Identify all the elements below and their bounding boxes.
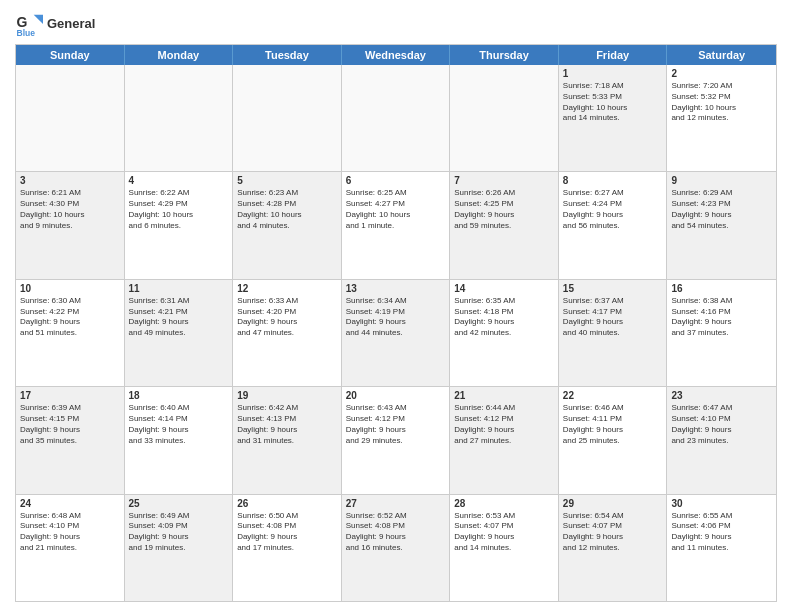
logo: G Blue General [15, 10, 95, 38]
calendar-week-4: 17Sunrise: 6:39 AM Sunset: 4:15 PM Dayli… [16, 387, 776, 494]
calendar-cell-2: 2Sunrise: 7:20 AM Sunset: 5:32 PM Daylig… [667, 65, 776, 171]
calendar-cell-15: 15Sunrise: 6:37 AM Sunset: 4:17 PM Dayli… [559, 280, 668, 386]
day-info: Sunrise: 6:37 AM Sunset: 4:17 PM Dayligh… [563, 296, 663, 339]
calendar-cell-empty-0 [16, 65, 125, 171]
calendar-header-friday: Friday [559, 45, 668, 65]
calendar-cell-12: 12Sunrise: 6:33 AM Sunset: 4:20 PM Dayli… [233, 280, 342, 386]
day-number: 13 [346, 283, 446, 294]
day-number: 15 [563, 283, 663, 294]
calendar-cell-28: 28Sunrise: 6:53 AM Sunset: 4:07 PM Dayli… [450, 495, 559, 601]
calendar-cell-empty-3 [342, 65, 451, 171]
day-number: 25 [129, 498, 229, 509]
day-info: Sunrise: 6:27 AM Sunset: 4:24 PM Dayligh… [563, 188, 663, 231]
day-number: 7 [454, 175, 554, 186]
calendar-cell-30: 30Sunrise: 6:55 AM Sunset: 4:06 PM Dayli… [667, 495, 776, 601]
calendar-cell-14: 14Sunrise: 6:35 AM Sunset: 4:18 PM Dayli… [450, 280, 559, 386]
calendar-cell-25: 25Sunrise: 6:49 AM Sunset: 4:09 PM Dayli… [125, 495, 234, 601]
day-info: Sunrise: 6:53 AM Sunset: 4:07 PM Dayligh… [454, 511, 554, 554]
day-number: 26 [237, 498, 337, 509]
day-number: 29 [563, 498, 663, 509]
calendar-cell-16: 16Sunrise: 6:38 AM Sunset: 4:16 PM Dayli… [667, 280, 776, 386]
calendar: SundayMondayTuesdayWednesdayThursdayFrid… [15, 44, 777, 602]
calendar-cell-6: 6Sunrise: 6:25 AM Sunset: 4:27 PM Daylig… [342, 172, 451, 278]
calendar-cell-7: 7Sunrise: 6:26 AM Sunset: 4:25 PM Daylig… [450, 172, 559, 278]
day-info: Sunrise: 7:20 AM Sunset: 5:32 PM Dayligh… [671, 81, 772, 124]
calendar-cell-18: 18Sunrise: 6:40 AM Sunset: 4:14 PM Dayli… [125, 387, 234, 493]
calendar-cell-23: 23Sunrise: 6:47 AM Sunset: 4:10 PM Dayli… [667, 387, 776, 493]
day-number: 16 [671, 283, 772, 294]
header: G Blue General [15, 10, 777, 38]
calendar-cell-19: 19Sunrise: 6:42 AM Sunset: 4:13 PM Dayli… [233, 387, 342, 493]
svg-text:Blue: Blue [17, 28, 36, 38]
day-info: Sunrise: 6:47 AM Sunset: 4:10 PM Dayligh… [671, 403, 772, 446]
day-number: 24 [20, 498, 120, 509]
calendar-header-saturday: Saturday [667, 45, 776, 65]
calendar-cell-17: 17Sunrise: 6:39 AM Sunset: 4:15 PM Dayli… [16, 387, 125, 493]
day-info: Sunrise: 6:26 AM Sunset: 4:25 PM Dayligh… [454, 188, 554, 231]
day-info: Sunrise: 6:23 AM Sunset: 4:28 PM Dayligh… [237, 188, 337, 231]
day-info: Sunrise: 6:25 AM Sunset: 4:27 PM Dayligh… [346, 188, 446, 231]
day-info: Sunrise: 6:49 AM Sunset: 4:09 PM Dayligh… [129, 511, 229, 554]
day-number: 1 [563, 68, 663, 79]
calendar-week-1: 1Sunrise: 7:18 AM Sunset: 5:33 PM Daylig… [16, 65, 776, 172]
day-info: Sunrise: 6:43 AM Sunset: 4:12 PM Dayligh… [346, 403, 446, 446]
calendar-cell-29: 29Sunrise: 6:54 AM Sunset: 4:07 PM Dayli… [559, 495, 668, 601]
day-info: Sunrise: 6:55 AM Sunset: 4:06 PM Dayligh… [671, 511, 772, 554]
day-info: Sunrise: 6:39 AM Sunset: 4:15 PM Dayligh… [20, 403, 120, 446]
day-number: 5 [237, 175, 337, 186]
calendar-cell-11: 11Sunrise: 6:31 AM Sunset: 4:21 PM Dayli… [125, 280, 234, 386]
day-number: 17 [20, 390, 120, 401]
day-info: Sunrise: 6:42 AM Sunset: 4:13 PM Dayligh… [237, 403, 337, 446]
day-number: 23 [671, 390, 772, 401]
day-info: Sunrise: 6:33 AM Sunset: 4:20 PM Dayligh… [237, 296, 337, 339]
day-info: Sunrise: 6:31 AM Sunset: 4:21 PM Dayligh… [129, 296, 229, 339]
calendar-cell-13: 13Sunrise: 6:34 AM Sunset: 4:19 PM Dayli… [342, 280, 451, 386]
calendar-header-monday: Monday [125, 45, 234, 65]
day-number: 8 [563, 175, 663, 186]
day-number: 12 [237, 283, 337, 294]
calendar-cell-9: 9Sunrise: 6:29 AM Sunset: 4:23 PM Daylig… [667, 172, 776, 278]
day-number: 9 [671, 175, 772, 186]
calendar-header-tuesday: Tuesday [233, 45, 342, 65]
day-info: Sunrise: 6:35 AM Sunset: 4:18 PM Dayligh… [454, 296, 554, 339]
calendar-header-row: SundayMondayTuesdayWednesdayThursdayFrid… [16, 45, 776, 65]
day-number: 28 [454, 498, 554, 509]
calendar-cell-1: 1Sunrise: 7:18 AM Sunset: 5:33 PM Daylig… [559, 65, 668, 171]
calendar-cell-22: 22Sunrise: 6:46 AM Sunset: 4:11 PM Dayli… [559, 387, 668, 493]
day-info: Sunrise: 6:21 AM Sunset: 4:30 PM Dayligh… [20, 188, 120, 231]
day-number: 21 [454, 390, 554, 401]
calendar-cell-empty-1 [125, 65, 234, 171]
calendar-header-thursday: Thursday [450, 45, 559, 65]
day-number: 14 [454, 283, 554, 294]
day-info: Sunrise: 6:29 AM Sunset: 4:23 PM Dayligh… [671, 188, 772, 231]
day-info: Sunrise: 6:46 AM Sunset: 4:11 PM Dayligh… [563, 403, 663, 446]
day-number: 30 [671, 498, 772, 509]
page: G Blue General SundayMondayTuesdayWednes… [0, 0, 792, 612]
calendar-cell-5: 5Sunrise: 6:23 AM Sunset: 4:28 PM Daylig… [233, 172, 342, 278]
day-info: Sunrise: 6:48 AM Sunset: 4:10 PM Dayligh… [20, 511, 120, 554]
calendar-week-5: 24Sunrise: 6:48 AM Sunset: 4:10 PM Dayli… [16, 495, 776, 601]
day-number: 18 [129, 390, 229, 401]
calendar-header-sunday: Sunday [16, 45, 125, 65]
day-info: Sunrise: 6:54 AM Sunset: 4:07 PM Dayligh… [563, 511, 663, 554]
calendar-cell-empty-2 [233, 65, 342, 171]
day-number: 2 [671, 68, 772, 79]
day-number: 27 [346, 498, 446, 509]
calendar-week-3: 10Sunrise: 6:30 AM Sunset: 4:22 PM Dayli… [16, 280, 776, 387]
day-info: Sunrise: 6:52 AM Sunset: 4:08 PM Dayligh… [346, 511, 446, 554]
calendar-cell-4: 4Sunrise: 6:22 AM Sunset: 4:29 PM Daylig… [125, 172, 234, 278]
day-info: Sunrise: 6:22 AM Sunset: 4:29 PM Dayligh… [129, 188, 229, 231]
logo-line1: General [47, 16, 95, 32]
calendar-week-2: 3Sunrise: 6:21 AM Sunset: 4:30 PM Daylig… [16, 172, 776, 279]
calendar-cell-3: 3Sunrise: 6:21 AM Sunset: 4:30 PM Daylig… [16, 172, 125, 278]
day-info: Sunrise: 6:50 AM Sunset: 4:08 PM Dayligh… [237, 511, 337, 554]
calendar-cell-26: 26Sunrise: 6:50 AM Sunset: 4:08 PM Dayli… [233, 495, 342, 601]
day-number: 19 [237, 390, 337, 401]
day-number: 4 [129, 175, 229, 186]
calendar-cell-20: 20Sunrise: 6:43 AM Sunset: 4:12 PM Dayli… [342, 387, 451, 493]
day-info: Sunrise: 6:38 AM Sunset: 4:16 PM Dayligh… [671, 296, 772, 339]
day-number: 20 [346, 390, 446, 401]
day-info: Sunrise: 6:30 AM Sunset: 4:22 PM Dayligh… [20, 296, 120, 339]
calendar-cell-21: 21Sunrise: 6:44 AM Sunset: 4:12 PM Dayli… [450, 387, 559, 493]
calendar-cell-27: 27Sunrise: 6:52 AM Sunset: 4:08 PM Dayli… [342, 495, 451, 601]
